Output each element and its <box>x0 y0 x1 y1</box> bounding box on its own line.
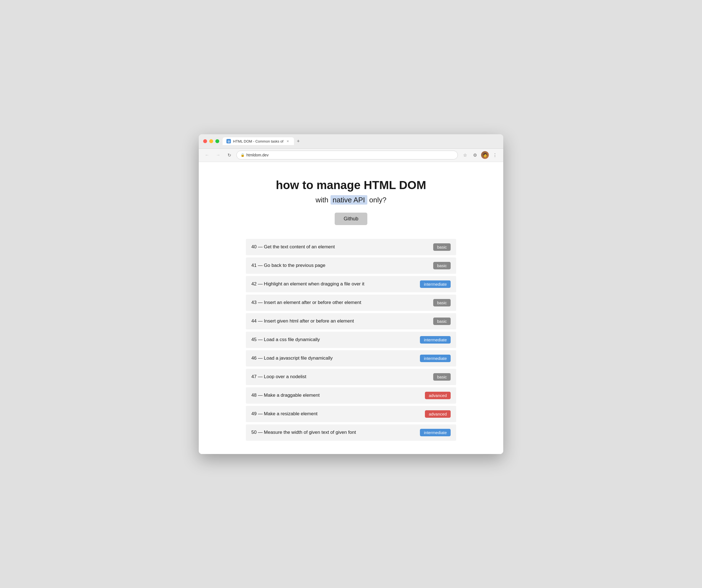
task-label: 44 — Insert given html after or before a… <box>251 318 354 324</box>
toolbar-right: ☆ ⚙ 🧑 ⋮ <box>461 151 499 159</box>
task-label: 47 — Loop over a nodelist <box>251 374 306 379</box>
task-item[interactable]: 48 — Make a draggable elementadvanced <box>246 387 456 403</box>
task-badge: intermediate <box>420 355 451 362</box>
maximize-button[interactable] <box>215 139 219 143</box>
task-badge: basic <box>433 243 451 251</box>
task-badge: advanced <box>425 410 451 418</box>
menu-button[interactable]: ⋮ <box>491 151 499 159</box>
task-badge: basic <box>433 318 451 325</box>
task-item[interactable]: 42 — Highlight an element when dragging … <box>246 276 456 292</box>
task-label: 40 — Get the text content of an element <box>251 244 335 250</box>
close-button[interactable] <box>203 139 207 143</box>
task-label: 49 — Make a resizable element <box>251 411 318 417</box>
page-title: how to manage HTML DOM <box>210 179 492 192</box>
tab-favicon: ◎ <box>226 139 231 143</box>
bookmark-button[interactable]: ☆ <box>461 151 469 159</box>
task-badge: basic <box>433 262 451 269</box>
hero-section: how to manage HTML DOM with native API o… <box>210 179 492 225</box>
minimize-button[interactable] <box>209 139 213 143</box>
lock-icon: 🔒 <box>241 153 245 157</box>
tab-bar: ◎ HTML DOM - Common tasks of ✕ + <box>223 137 499 145</box>
task-item[interactable]: 45 — Load a css file dynamicallyintermed… <box>246 332 456 348</box>
subtitle-before: with <box>316 196 330 204</box>
task-list: 40 — Get the text content of an elementb… <box>246 239 456 441</box>
task-label: 41 — Go back to the previous page <box>251 263 325 268</box>
user-avatar[interactable]: 🧑 <box>481 151 489 159</box>
task-badge: intermediate <box>420 280 451 288</box>
url-text: htmldom.dev <box>246 153 268 157</box>
task-label: 45 — Load a css file dynamically <box>251 337 320 342</box>
subtitle-highlight: native API <box>331 195 367 205</box>
page-content: how to manage HTML DOM with native API o… <box>199 162 503 454</box>
task-item[interactable]: 46 — Load a javascript file dynamicallyi… <box>246 350 456 366</box>
task-label: 50 — Measure the width of given text of … <box>251 430 356 435</box>
page-subtitle: with native API only? <box>210 196 492 204</box>
address-input[interactable]: 🔒 htmldom.dev <box>236 151 458 159</box>
tab-title: HTML DOM - Common tasks of <box>233 139 283 143</box>
task-item[interactable]: 44 — Insert given html after or before a… <box>246 313 456 330</box>
browser-window: ◎ HTML DOM - Common tasks of ✕ + ← → ↻ 🔒… <box>199 134 503 454</box>
address-bar: ← → ↻ 🔒 htmldom.dev ☆ ⚙ 🧑 ⋮ <box>199 149 503 162</box>
task-badge: intermediate <box>420 429 451 436</box>
tab-close-button[interactable]: ✕ <box>286 139 290 143</box>
refresh-button[interactable]: ↻ <box>225 151 233 159</box>
task-label: 46 — Load a javascript file dynamically <box>251 355 333 361</box>
task-item[interactable]: 50 — Measure the width of given text of … <box>246 425 456 441</box>
github-button[interactable]: Github <box>335 213 367 225</box>
task-badge: basic <box>433 299 451 307</box>
task-item[interactable]: 41 — Go back to the previous pagebasic <box>246 257 456 274</box>
task-item[interactable]: 43 — Insert an element after or before o… <box>246 295 456 311</box>
active-tab[interactable]: ◎ HTML DOM - Common tasks of ✕ <box>223 137 294 145</box>
task-badge: advanced <box>425 392 451 399</box>
task-label: 48 — Make a draggable element <box>251 392 320 398</box>
task-label: 43 — Insert an element after or before o… <box>251 300 361 305</box>
task-item[interactable]: 49 — Make a resizable elementadvanced <box>246 406 456 422</box>
task-badge: basic <box>433 373 451 381</box>
extension-button[interactable]: ⚙ <box>471 151 479 159</box>
new-tab-button[interactable]: + <box>295 137 302 145</box>
task-badge: intermediate <box>420 336 451 344</box>
title-bar: ◎ HTML DOM - Common tasks of ✕ + <box>199 134 503 149</box>
task-item[interactable]: 40 — Get the text content of an elementb… <box>246 239 456 255</box>
task-label: 42 — Highlight an element when dragging … <box>251 281 364 287</box>
back-button[interactable]: ← <box>203 151 211 159</box>
forward-button[interactable]: → <box>214 151 222 159</box>
task-item[interactable]: 47 — Loop over a nodelistbasic <box>246 369 456 385</box>
subtitle-after: only? <box>367 196 386 204</box>
traffic-lights <box>203 139 219 143</box>
